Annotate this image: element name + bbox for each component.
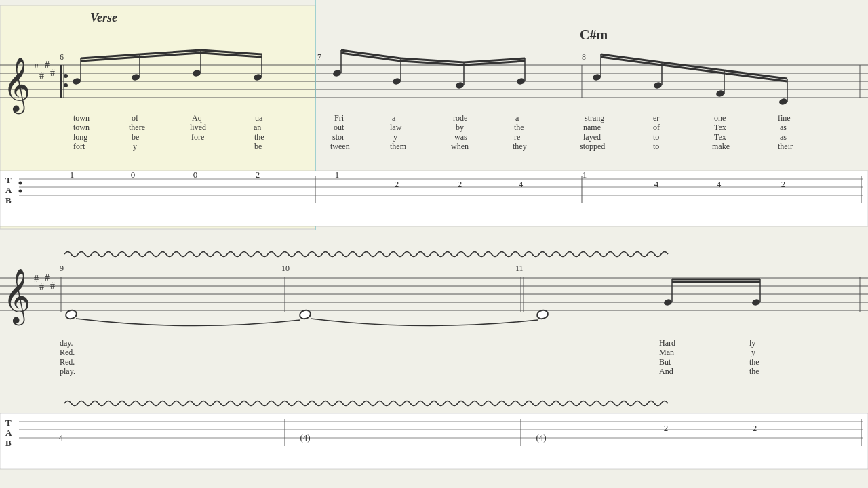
svg-point-40	[653, 81, 663, 89]
svg-line-50	[140, 53, 201, 57]
svg-text:y: y	[133, 142, 137, 151]
svg-text:y: y	[393, 132, 397, 142]
svg-text:be: be	[132, 132, 139, 142]
svg-point-36	[516, 77, 526, 85]
svg-text:4: 4	[717, 179, 722, 189]
svg-line-58	[601, 54, 662, 62]
svg-text:out: out	[334, 123, 344, 132]
svg-point-24	[131, 73, 140, 81]
svg-line-57	[464, 61, 525, 65]
svg-text:them: them	[390, 142, 407, 151]
svg-text:#: #	[34, 274, 39, 284]
svg-text:11: 11	[515, 264, 524, 273]
svg-text:lived: lived	[190, 123, 206, 132]
svg-line-54	[464, 58, 525, 62]
svg-text:2: 2	[753, 423, 757, 433]
svg-text:Tex: Tex	[714, 132, 726, 142]
svg-text:T: T	[5, 418, 12, 428]
svg-text:Fri: Fri	[334, 113, 344, 123]
svg-text:of: of	[653, 123, 660, 132]
svg-line-55	[341, 53, 401, 61]
svg-text:8: 8	[582, 52, 586, 62]
svg-text:strang: strang	[585, 113, 604, 123]
chord-label-csharp-m: C#m	[580, 27, 608, 42]
svg-text:to: to	[653, 142, 659, 151]
svg-text:the: the	[254, 132, 264, 142]
svg-text:𝄞: 𝄞	[3, 58, 31, 115]
svg-text:fort: fort	[73, 142, 85, 151]
svg-line-60	[724, 70, 787, 79]
svg-text:Red.: Red.	[60, 357, 75, 367]
svg-text:one: one	[714, 113, 726, 123]
svg-point-44	[778, 98, 788, 106]
svg-point-156	[663, 298, 673, 306]
svg-text:Tex: Tex	[714, 123, 726, 132]
svg-point-32	[392, 77, 401, 85]
svg-text:town: town	[73, 113, 90, 123]
svg-text:#: #	[50, 68, 55, 78]
svg-text:#: #	[39, 282, 44, 292]
svg-line-59	[662, 62, 724, 70]
svg-text:4: 4	[654, 179, 659, 189]
svg-text:make: make	[712, 142, 730, 151]
svg-text:10: 10	[281, 264, 290, 273]
svg-text:0: 0	[193, 169, 198, 180]
svg-point-158	[751, 298, 761, 306]
svg-text:rode: rode	[453, 113, 467, 123]
main-container: Verse C#m 𝄞 # # # # 6 7	[0, 0, 868, 488]
svg-text:name: name	[583, 123, 601, 132]
svg-text:their: their	[778, 142, 793, 151]
svg-text:as: as	[780, 132, 787, 142]
svg-point-26	[192, 69, 201, 77]
svg-text:a: a	[392, 113, 396, 123]
svg-text:a: a	[515, 113, 519, 123]
svg-text:#: #	[34, 62, 39, 73]
svg-point-155	[536, 309, 549, 320]
svg-line-62	[662, 65, 724, 73]
svg-text:2: 2	[256, 169, 260, 180]
svg-text:4: 4	[519, 179, 524, 189]
svg-text:by: by	[456, 123, 464, 132]
svg-text:stor: stor	[332, 132, 344, 142]
svg-point-30	[332, 69, 342, 77]
svg-point-42	[715, 89, 725, 98]
svg-point-38	[592, 73, 601, 81]
svg-text:day.: day.	[60, 338, 73, 348]
svg-text:fine: fine	[778, 113, 791, 123]
svg-text:y: y	[751, 348, 755, 357]
svg-text:stopped: stopped	[580, 142, 605, 151]
svg-text:tween: tween	[330, 142, 350, 151]
svg-text:there: there	[129, 123, 145, 132]
svg-line-51	[201, 53, 262, 57]
svg-text:1: 1	[70, 169, 75, 180]
svg-point-14	[64, 83, 68, 87]
svg-text:1: 1	[583, 169, 587, 180]
svg-text:6: 6	[60, 52, 64, 62]
svg-rect-174	[0, 413, 868, 469]
svg-text:(4): (4)	[300, 432, 310, 443]
svg-text:Red.: Red.	[60, 348, 75, 357]
svg-line-49	[81, 57, 140, 61]
svg-text:as: as	[780, 123, 787, 132]
svg-line-52	[341, 50, 401, 58]
svg-text:when: when	[451, 142, 469, 151]
svg-text:the: the	[749, 357, 760, 367]
music-svg: Verse C#m 𝄞 # # # # 6 7	[0, 0, 868, 488]
svg-text:𝄞: 𝄞	[3, 269, 31, 326]
svg-text:#: #	[45, 60, 50, 70]
svg-line-47	[140, 50, 201, 54]
svg-text:ua: ua	[255, 113, 263, 123]
svg-text:town: town	[73, 123, 90, 132]
svg-text:A: A	[5, 428, 12, 438]
svg-text:fore: fore	[191, 132, 204, 142]
svg-text:2: 2	[395, 179, 399, 189]
svg-rect-111	[0, 171, 868, 226]
svg-text:the: the	[514, 123, 524, 132]
svg-text:the: the	[749, 367, 760, 376]
svg-point-154	[299, 309, 312, 320]
svg-text:Man: Man	[659, 348, 674, 357]
svg-text:#: #	[45, 272, 50, 283]
svg-point-13	[64, 74, 68, 78]
svg-text:(4): (4)	[536, 432, 546, 443]
svg-text:T: T	[5, 175, 12, 185]
